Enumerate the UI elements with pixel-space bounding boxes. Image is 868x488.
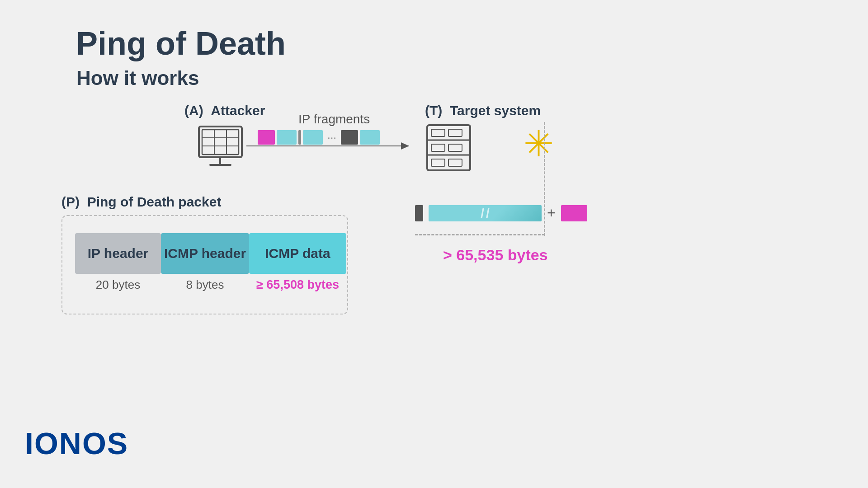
dotted-horizontal-line	[415, 234, 545, 235]
fragment-pink	[258, 130, 275, 145]
ip-header-block: IP header	[75, 233, 161, 274]
reassembled-packet-bar: +	[415, 205, 587, 221]
ip-header-size: 20 bytes	[75, 278, 161, 292]
attacker-text: Attacker	[211, 103, 265, 118]
target-server-icon	[425, 123, 472, 173]
svg-rect-14	[448, 144, 462, 151]
bytes-labels-row: 20 bytes 8 bytes ≥ 65,508 bytes	[75, 278, 346, 292]
header-blocks-row: IP header ICMP header ICMP data	[75, 233, 346, 274]
page-title: Ping of Death	[76, 25, 286, 62]
plus-sign: +	[547, 205, 556, 221]
reasm-cyan-block	[429, 205, 542, 221]
reassembled-size-label: > 65,535 bytes	[443, 246, 548, 264]
reasm-dark-block	[415, 205, 423, 221]
target-text: Target system	[450, 103, 541, 118]
ionos-logo: IONOS	[25, 426, 128, 461]
attacker-computer-icon	[197, 124, 244, 169]
explosion-icon: ✳	[524, 123, 554, 165]
packet-section-label: (P) Ping of Death packet	[61, 194, 221, 210]
attacker-label: (A) Attacker	[184, 103, 265, 118]
target-prefix: (T)	[425, 103, 442, 118]
fragment-divider1	[298, 130, 301, 145]
fragment-dark	[341, 130, 358, 145]
icmp-header-block: ICMP header	[161, 233, 249, 274]
fragments-label: IP fragments	[298, 112, 370, 127]
svg-rect-11	[431, 129, 445, 136]
subtitle: How it works	[76, 67, 199, 89]
svg-rect-15	[431, 159, 445, 166]
packet-text: Ping of Death packet	[87, 194, 222, 209]
icmp-data-size: ≥ 65,508 bytes	[249, 278, 346, 292]
target-label: (T) Target system	[425, 103, 541, 118]
fragment-blocks: ···	[258, 130, 380, 145]
fragment-cyan1	[277, 130, 297, 145]
slash-marks	[429, 205, 542, 221]
attack-arrow	[246, 145, 409, 146]
fragment-cyan2	[303, 130, 323, 145]
icmp-header-size: 8 bytes	[161, 278, 249, 292]
icmp-data-block: ICMP data	[249, 233, 346, 274]
svg-rect-13	[431, 144, 445, 151]
attacker-prefix: (A)	[184, 103, 203, 118]
svg-rect-16	[448, 159, 462, 166]
svg-rect-12	[448, 129, 462, 136]
svg-rect-1	[202, 130, 239, 155]
fragment-dots: ···	[327, 130, 336, 145]
packet-prefix: (P)	[61, 194, 80, 209]
fragment-cyan3	[360, 130, 380, 145]
reasm-pink-block	[561, 205, 587, 221]
svg-rect-0	[199, 127, 242, 157]
